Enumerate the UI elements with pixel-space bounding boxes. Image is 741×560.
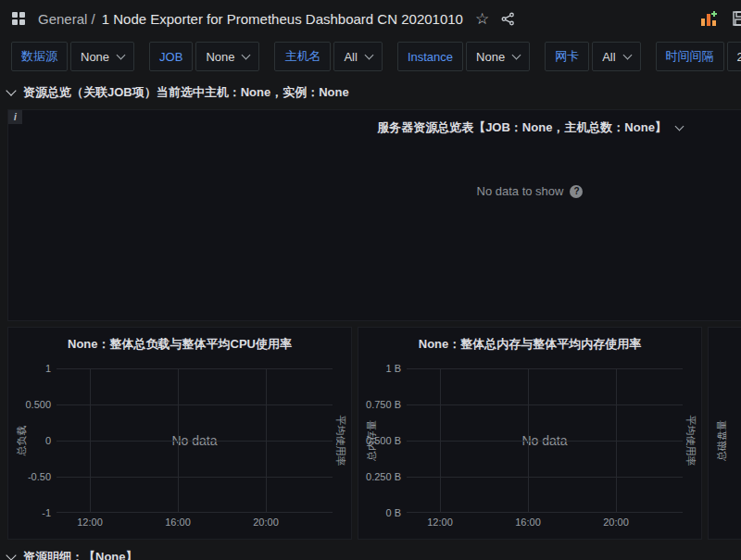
row-header-overview[interactable]: 资源总览（关联JOB项）当前选中主机：None，实例：None bbox=[7, 81, 349, 104]
gridline bbox=[57, 404, 333, 405]
y-tick: 0.500 bbox=[8, 399, 51, 411]
panel-title[interactable]: None：整体总内存与整体平均内存使用率 bbox=[358, 336, 701, 353]
dashboard-name: 1 Node Exporter for Prometheus Dashboard… bbox=[102, 11, 463, 27]
graph-panel-memory: None：整体总内存与整体平均内存使用率 总内存量 平均使用率 1 B 0.75… bbox=[358, 327, 702, 540]
y-tick: 0.750 B bbox=[358, 399, 401, 411]
y-tick: 0.250 B bbox=[358, 471, 401, 483]
add-panel-icon[interactable] bbox=[700, 10, 719, 27]
chevron-down-icon bbox=[6, 550, 16, 560]
gridline bbox=[178, 368, 179, 513]
no-data-text: No data to show bbox=[477, 184, 564, 198]
variable-value-dropdown[interactable]: None bbox=[195, 42, 259, 71]
variable-value-dropdown[interactable]: All bbox=[333, 42, 382, 71]
variable-value: None bbox=[476, 50, 505, 64]
grafana-dashboard: General / 1 Node Exporter for Prometheus… bbox=[0, 0, 741, 560]
variable-interval: 时间间隔 2m bbox=[656, 42, 741, 69]
chevron-down-icon bbox=[6, 85, 16, 95]
variable-value-dropdown[interactable]: None bbox=[466, 42, 530, 71]
y-tick: 1 B bbox=[358, 363, 401, 375]
x-tick: 12:00 bbox=[427, 516, 453, 528]
y-axis-label-left: 总磁盘量 bbox=[715, 420, 729, 461]
variable-hostname: 主机名 All bbox=[274, 42, 382, 69]
variable-value-dropdown[interactable]: All bbox=[592, 42, 640, 71]
y-axis-label-right: 平均使用率 bbox=[684, 416, 697, 467]
variable-value-dropdown[interactable]: 2m bbox=[727, 42, 741, 71]
breadcrumb-folder: General / bbox=[38, 11, 95, 27]
chevron-down-icon bbox=[117, 51, 126, 60]
variable-value: 2m bbox=[737, 50, 741, 64]
row-header-detail[interactable]: 资源明细：【None】 bbox=[7, 546, 138, 560]
y-tick: 0 B bbox=[358, 507, 401, 519]
y-tick: 0.500 B bbox=[358, 435, 401, 447]
variable-label: JOB bbox=[149, 42, 193, 71]
variable-value: None bbox=[206, 50, 234, 64]
panel-title[interactable]: None：整体总负载与整体平均CPU使用率 bbox=[8, 336, 351, 353]
chevron-down-icon bbox=[242, 51, 251, 60]
gridline bbox=[407, 441, 683, 442]
y-tick: 1 bbox=[8, 363, 51, 375]
dashboards-grid-icon[interactable] bbox=[11, 11, 26, 26]
gridline bbox=[407, 404, 683, 405]
variable-datasource: 数据源 None bbox=[11, 42, 134, 69]
variables-bar: 数据源 None JOB None 主机名 All Instance None bbox=[11, 42, 741, 69]
gridline bbox=[407, 477, 683, 478]
graph-panel-load-cpu: None：整体总负载与整体平均CPU使用率 总负载 平均使用率 1 0.500 … bbox=[7, 327, 352, 540]
gridline bbox=[616, 368, 617, 513]
x-tick: 16:00 bbox=[515, 516, 541, 528]
panel-title: 服务器资源总览表【JOB：None，主机总数：None】 bbox=[377, 119, 667, 136]
gridline bbox=[57, 477, 333, 478]
gridline bbox=[440, 368, 441, 513]
star-icon[interactable]: ☆ bbox=[475, 11, 489, 27]
gridline bbox=[407, 368, 683, 369]
variable-nic: 网卡 All bbox=[545, 42, 640, 69]
row-title: 资源总览（关联JOB项）当前选中主机：None，实例：None bbox=[23, 84, 349, 101]
gridline bbox=[57, 512, 333, 513]
variable-job: JOB None bbox=[149, 42, 259, 69]
y-axis-label-right: 平均使用率 bbox=[333, 416, 347, 467]
gridline bbox=[57, 368, 333, 369]
gridline bbox=[266, 368, 267, 513]
row-title: 资源明细：【None】 bbox=[23, 549, 138, 560]
x-tick: 16:00 bbox=[165, 516, 191, 528]
variable-value: All bbox=[602, 50, 615, 64]
variable-label: 网卡 bbox=[545, 42, 589, 71]
x-tick: 20:00 bbox=[603, 516, 629, 528]
navbar-actions bbox=[700, 0, 741, 37]
chevron-down-icon bbox=[674, 122, 684, 131]
save-dashboard-icon[interactable] bbox=[732, 10, 741, 27]
navbar: General / 1 Node Exporter for Prometheus… bbox=[0, 0, 741, 37]
y-tick: -0.50 bbox=[8, 471, 51, 483]
graph-panel-disk: 总磁盘量 bbox=[708, 327, 741, 540]
x-tick: 12:00 bbox=[77, 516, 103, 528]
variable-value: All bbox=[344, 50, 357, 64]
variable-label: 数据源 bbox=[11, 42, 68, 71]
gridline bbox=[528, 368, 529, 513]
help-circle-icon[interactable]: ? bbox=[570, 185, 583, 198]
gridline bbox=[90, 368, 91, 513]
variable-label: Instance bbox=[397, 42, 463, 71]
variable-value-dropdown[interactable]: None bbox=[70, 42, 134, 71]
share-icon[interactable] bbox=[501, 12, 515, 26]
variable-value: None bbox=[81, 50, 109, 64]
dashboard-title[interactable]: General / 1 Node Exporter for Prometheus… bbox=[38, 11, 463, 27]
table-panel-server-overview: i 服务器资源总览表【JOB：None，主机总数：None】 No data t… bbox=[7, 109, 741, 321]
x-tick: 20:00 bbox=[253, 516, 279, 528]
chevron-down-icon bbox=[512, 51, 521, 60]
variable-label: 主机名 bbox=[274, 42, 331, 71]
gridline bbox=[407, 512, 683, 513]
plot-area[interactable]: No data bbox=[57, 368, 333, 513]
chevron-down-icon bbox=[622, 51, 632, 60]
no-data-message: No data to show ? bbox=[8, 184, 741, 198]
y-tick: 0 bbox=[8, 435, 51, 447]
plot-area[interactable]: No data bbox=[407, 368, 683, 513]
variable-label: 时间间隔 bbox=[656, 42, 724, 71]
gridline bbox=[57, 441, 333, 442]
variable-instance: Instance None bbox=[397, 42, 530, 69]
chevron-down-icon bbox=[364, 51, 373, 60]
y-tick: -1 bbox=[8, 507, 51, 519]
panel-title-menu[interactable]: 服务器资源总览表【JOB：None，主机总数：None】 bbox=[8, 119, 741, 136]
